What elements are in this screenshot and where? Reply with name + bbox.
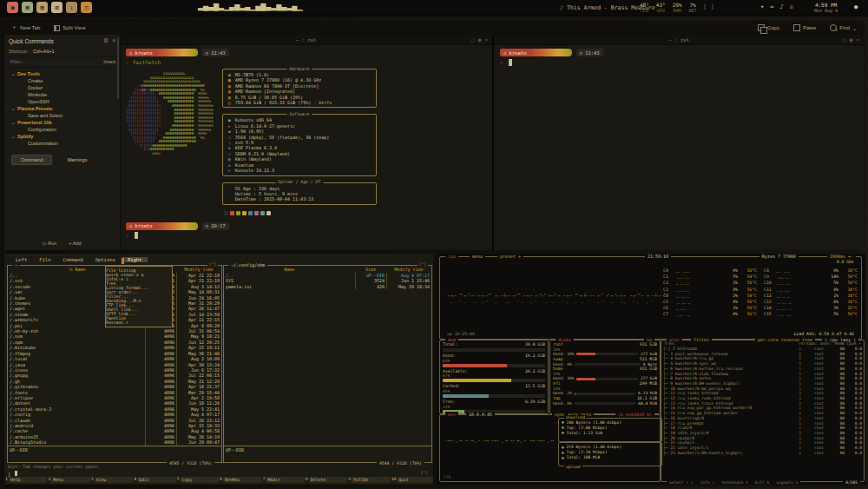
- tree-item[interactable]: OpenSSH: [4, 98, 120, 105]
- app-launcher-icon[interactable]: ◫: [81, 2, 92, 13]
- run-button[interactable]: ▷ Run: [43, 241, 56, 246]
- sh4ell-prompt-2: ⌂ kreato ◷ 20:17: [126, 222, 486, 230]
- invert-toggle[interactable]: Invert: [103, 59, 115, 64]
- tray-icon[interactable]: ☏: [790, 3, 793, 10]
- palette-dot: [224, 211, 228, 215]
- palette-dot: [248, 211, 253, 215]
- palette-dot: [254, 211, 259, 215]
- tab-warnings[interactable]: Warnings: [57, 155, 96, 165]
- mc-right-panel[interactable]: ~/.config/ohm [^] NameSizeModify time /.…: [223, 265, 432, 463]
- sensor-widget[interactable]: 48° CPU: [640, 2, 649, 14]
- file-row[interactable]: pamela.ini420May 29 18:34: [224, 284, 431, 289]
- tree-item[interactable]: Customization: [4, 140, 120, 147]
- app-launcher-icon[interactable]: ▣: [22, 2, 33, 13]
- file-row[interactable]: /.BitwigStudio4096Jun 29 09:47: [8, 439, 221, 445]
- mc-command-prompt[interactable]: ]: [8, 471, 17, 477]
- proc-options[interactable]: per-core reverse tree: [755, 337, 815, 342]
- split-view-button[interactable]: Split View: [47, 21, 92, 35]
- select-control[interactable]: select ↑ ↓: [669, 480, 694, 485]
- tree-item[interactable]: ⌄ Plasma Presets: [4, 105, 120, 112]
- menu-button[interactable]: menu: [470, 254, 485, 259]
- fkey-button[interactable]: 8Delete: [305, 477, 347, 483]
- proc-mode[interactable]: ⟨ cpu lazy ⟩: [822, 337, 858, 342]
- app-launcher-icon[interactable]: ▤: [36, 2, 48, 13]
- history-mark[interactable]: [^]: [421, 471, 428, 475]
- menu-item[interactable]: Command: [57, 257, 89, 262]
- pane-control-icon[interactable]: ▢: [471, 36, 475, 43]
- app-launcher-icon[interactable]: ●: [7, 2, 18, 13]
- terminal-pane-right[interactable]: ~ : zsh ▢▣× ⌂ kreato ◷ 11:43 ›: [494, 35, 864, 250]
- fkey-button[interactable]: 7Mkdir: [261, 477, 304, 483]
- pane-control-icon[interactable]: ×: [856, 36, 859, 43]
- preset-button[interactable]: preset +: [497, 254, 523, 259]
- gear-icon[interactable]: ⚙: [103, 37, 108, 44]
- tray-icon[interactable]: ♪: [779, 3, 783, 10]
- fkey-button[interactable]: 1Help: [4, 477, 47, 483]
- text-cursor: [135, 232, 138, 239]
- pane-control-icon[interactable]: ▢: [843, 36, 846, 43]
- fkey-button[interactable]: 6RenMov: [219, 477, 261, 483]
- menu-item[interactable]: File: [33, 257, 56, 262]
- fkey-button[interactable]: 2Menu: [47, 477, 89, 483]
- cpu-frequency: 4.8 GHz: [837, 260, 854, 264]
- tree-item[interactable]: Docker: [4, 84, 120, 91]
- dropdown-item[interactable]: RescanC-r: [106, 320, 172, 325]
- sidebar-scrollbar[interactable]: [117, 38, 119, 99]
- menu-item[interactable]: Options: [89, 257, 122, 262]
- paste-button[interactable]: Paste: [786, 24, 823, 31]
- filter-button[interactable]: filter: [691, 337, 712, 342]
- palette-dot: [242, 211, 247, 215]
- pane-control-icon[interactable]: ▣: [478, 36, 482, 43]
- fkey-button[interactable]: 3View: [90, 477, 133, 483]
- info-control[interactable]: info ⏎: [700, 480, 715, 485]
- fkey-button[interactable]: 9PullDn: [347, 477, 390, 483]
- menu-item[interactable]: Right: [122, 257, 148, 262]
- tree-item[interactable]: Cmake: [4, 77, 120, 84]
- tree-item[interactable]: ⌄ Splitify: [4, 133, 120, 140]
- new-tab-button[interactable]: New Tab: [4, 21, 47, 35]
- sensor-widget[interactable]: 7% NET: [689, 2, 697, 14]
- process-row[interactable]: ├─ 23 kworker/1:0H-events_highpri1root0B…: [663, 451, 862, 456]
- tree-item[interactable]: Configuration: [4, 126, 120, 133]
- tree-item[interactable]: ⌄ Powerlevel 10k: [4, 119, 120, 126]
- app-launcher-icon[interactable]: ↓: [66, 2, 77, 13]
- tray-icon[interactable]: ≈: [770, 3, 773, 10]
- mini-status: UP--DIR: [8, 446, 221, 453]
- pane-control-icon[interactable]: ×: [484, 36, 488, 43]
- split-icon: [54, 25, 60, 31]
- net-interface[interactable]: ⟨b enp34s0 b⟩: [615, 412, 654, 417]
- find-button[interactable]: Find ⌄: [823, 24, 864, 31]
- proc-box: proc filter per-core reverse tree ⟨ cpu …: [661, 340, 865, 482]
- btop-window: cpu menu preset + 21:59:18 Ryzen 7 7700X…: [437, 254, 865, 485]
- menu-item[interactable]: Left: [10, 257, 33, 262]
- core-row: C8⣀⡀⢀⣀⡀0%38°C: [764, 268, 858, 274]
- net-scale: 170: [444, 475, 450, 479]
- terminal-pane-left[interactable]: ~ : zsh ▢▣× ⌂ kreato ◷ 11:43 › fastfetch…: [120, 35, 494, 250]
- sensor-widget[interactable]: 43° GPU: [656, 2, 666, 14]
- notification-bell-icon[interactable]: ●: [854, 3, 858, 10]
- sensor-widget[interactable]: 29% RAM: [673, 2, 682, 14]
- copy-button[interactable]: Copy: [751, 24, 786, 31]
- tray-icon[interactable]: ▾: [760, 3, 764, 10]
- konsole-window: New Tab Split View Copy Paste Find ⌄: [4, 21, 864, 250]
- clock-widget[interactable]: 4:59 PM Mon Aug 4: [814, 2, 838, 14]
- tree-item[interactable]: Save and Select: [4, 112, 120, 119]
- fkey-button[interactable]: 5Copy: [176, 477, 219, 483]
- tree-item[interactable]: Minikube: [4, 91, 120, 98]
- close-icon[interactable]: ×: [112, 37, 115, 44]
- filter-input[interactable]: [9, 58, 73, 65]
- fkey-button[interactable]: 4Edit: [133, 477, 175, 483]
- mem-gauge: [443, 348, 545, 352]
- kill-control[interactable]: kill k: [755, 480, 770, 485]
- update-interval[interactable]: 2000ms +-: [827, 254, 856, 259]
- process-list: [-] 2 kthreadd1root0B0.0 ├─ 3 pool_workq…: [661, 347, 864, 459]
- tree-item[interactable]: ⌄ Dev Tools: [4, 70, 120, 77]
- app-launcher-icon[interactable]: ▥: [51, 2, 62, 13]
- tab-command[interactable]: Command: [11, 155, 52, 165]
- add-button[interactable]: + Add: [69, 241, 81, 246]
- io-toggle[interactable]: io: [644, 337, 654, 342]
- fkey-button[interactable]: 10Quit: [391, 477, 433, 483]
- signals-control[interactable]: signals s: [776, 480, 798, 485]
- pane-control-icon[interactable]: ▣: [850, 36, 853, 43]
- terminate-control[interactable]: terminate t: [721, 480, 747, 485]
